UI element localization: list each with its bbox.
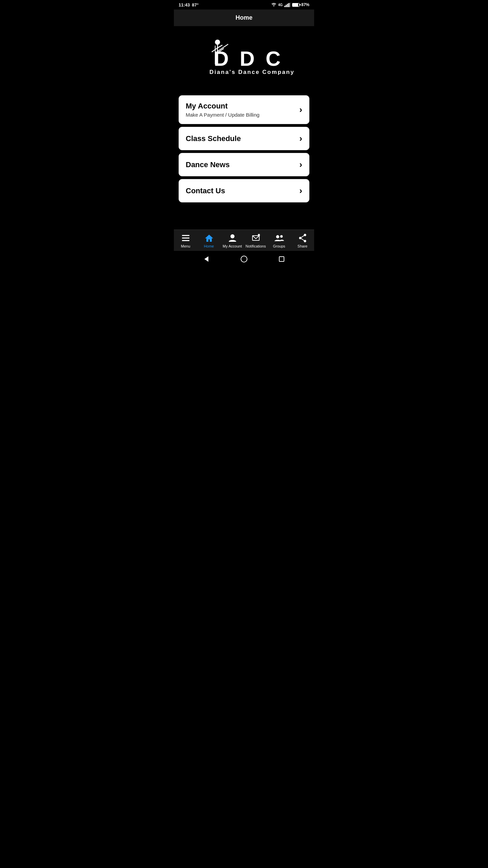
android-home-button[interactable]: [239, 254, 249, 264]
dance-news-title: Dance News: [186, 160, 230, 169]
nav-label-home: Home: [204, 244, 214, 248]
nav-label-groups: Groups: [273, 244, 285, 248]
my-account-chevron: ›: [299, 104, 302, 115]
android-nav-bar: [174, 251, 314, 267]
svg-point-30: [304, 234, 306, 236]
svg-rect-5: [290, 3, 290, 7]
bottom-navigation: Menu Home My Account: [174, 230, 314, 251]
svg-point-31: [299, 237, 301, 239]
time-display: 11:43: [179, 2, 190, 7]
svg-point-36: [241, 256, 247, 262]
network-type: 4G: [278, 3, 283, 7]
svg-point-29: [280, 235, 282, 238]
logo-area: D D C Diana's Dance Company: [174, 26, 314, 95]
my-account-content: My Account Make A Payment / Update Billi…: [186, 102, 260, 118]
menu-icon: [181, 233, 190, 243]
svg-point-22: [230, 234, 235, 238]
content-spacer: [174, 202, 314, 230]
contact-us-menu-item[interactable]: Contact Us ›: [179, 179, 309, 202]
company-logo: D D C Diana's Dance Company: [186, 33, 302, 87]
dance-news-chevron: ›: [299, 159, 302, 170]
svg-rect-20: [182, 240, 189, 241]
svg-rect-37: [279, 257, 284, 261]
nav-label-share: Share: [298, 244, 307, 248]
svg-line-33: [301, 236, 304, 237]
nav-item-groups[interactable]: Groups: [267, 233, 291, 248]
svg-marker-35: [204, 256, 208, 262]
share-icon: [298, 233, 307, 243]
svg-text:Diana's Dance Company: Diana's Dance Company: [209, 69, 294, 75]
nav-item-home[interactable]: Home: [197, 233, 221, 248]
home-icon: [204, 233, 214, 243]
page-title: Home: [236, 14, 252, 21]
svg-marker-21: [205, 235, 213, 242]
notifications-icon: [251, 233, 261, 243]
dance-news-menu-item[interactable]: Dance News ›: [179, 153, 309, 176]
class-schedule-chevron: ›: [299, 133, 302, 144]
nav-item-share[interactable]: Share: [291, 233, 314, 248]
svg-point-6: [215, 40, 220, 45]
page-header: Home: [174, 9, 314, 26]
contact-us-title: Contact Us: [186, 186, 225, 195]
status-bar: 11:43 87° 4G 87%: [174, 0, 314, 9]
svg-rect-4: [288, 3, 289, 7]
my-account-icon: [228, 233, 237, 243]
svg-rect-18: [182, 235, 189, 236]
svg-point-32: [304, 240, 306, 242]
svg-text:D: D: [240, 47, 255, 70]
battery-percent: 87%: [301, 2, 309, 7]
svg-line-34: [301, 239, 304, 240]
nav-item-menu[interactable]: Menu: [174, 233, 197, 248]
class-schedule-menu-item[interactable]: Class Schedule ›: [179, 127, 309, 150]
groups-icon: [274, 233, 284, 243]
svg-rect-1: [284, 6, 285, 7]
battery-icon: [292, 3, 300, 7]
svg-marker-0: [273, 5, 274, 6]
nav-label-notifications: Notifications: [246, 244, 266, 248]
signal-icon: [284, 3, 290, 7]
nav-label-menu: Menu: [181, 244, 190, 248]
my-account-menu-item[interactable]: My Account Make A Payment / Update Billi…: [179, 95, 309, 124]
status-right: 4G 87%: [271, 2, 309, 7]
status-left: 11:43 87°: [179, 2, 199, 7]
nav-item-my-account[interactable]: My Account: [221, 233, 244, 248]
class-schedule-content: Class Schedule: [186, 134, 241, 143]
svg-rect-19: [182, 238, 189, 239]
temperature-display: 87°: [192, 2, 199, 7]
android-recents-button[interactable]: [276, 254, 287, 264]
my-account-title: My Account: [186, 102, 260, 111]
contact-us-chevron: ›: [299, 185, 302, 196]
svg-rect-3: [287, 4, 288, 7]
class-schedule-title: Class Schedule: [186, 134, 241, 143]
wifi-icon: [271, 3, 277, 7]
android-back-button[interactable]: [201, 254, 212, 264]
nav-label-my-account: My Account: [223, 244, 242, 248]
contact-us-content: Contact Us: [186, 186, 225, 195]
svg-text:C: C: [266, 47, 281, 70]
svg-rect-2: [286, 5, 287, 7]
nav-item-notifications[interactable]: Notifications: [244, 233, 267, 248]
my-account-subtitle: Make A Payment / Update Billing: [186, 112, 260, 118]
dance-news-content: Dance News: [186, 160, 230, 169]
menu-container: My Account Make A Payment / Update Billi…: [174, 95, 314, 202]
svg-point-28: [276, 235, 279, 238]
